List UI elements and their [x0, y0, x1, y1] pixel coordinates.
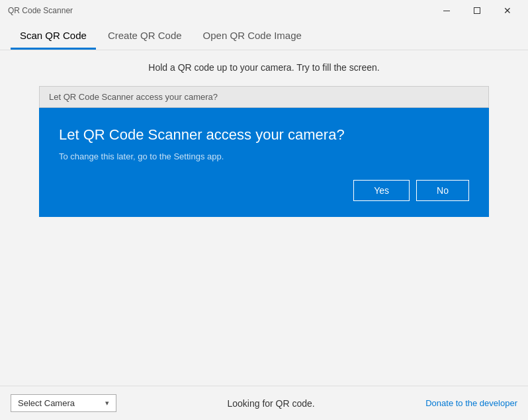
camera-select-dropdown[interactable]: Select Camera ▾ — [11, 394, 116, 412]
close-icon: ✕ — [504, 5, 511, 16]
permission-dialog: Let QR Code Scanner access your camera? … — [39, 108, 489, 217]
nav-tabs: Scan QR Code Create QR Code Open QR Code… — [0, 21, 528, 50]
permission-dialog-buttons: Yes No — [59, 180, 469, 201]
donate-link[interactable]: Donate to the developer — [425, 398, 517, 408]
instruction-text: Hold a QR code up to your camera. Try to… — [148, 62, 379, 73]
maximize-button[interactable] — [462, 0, 492, 21]
main-content: Hold a QR code up to your camera. Try to… — [0, 50, 528, 386]
chevron-down-icon: ▾ — [105, 399, 109, 407]
permission-bar: Let QR Code Scanner access your camera? — [39, 86, 489, 108]
title-bar: QR Code Scanner ✕ — [0, 0, 528, 21]
app-title: QR Code Scanner — [8, 6, 73, 15]
no-button[interactable]: No — [416, 180, 469, 201]
permission-dialog-description: To change this later, go to the Settings… — [59, 151, 469, 161]
status-text: Looking for QR code. — [227, 398, 314, 409]
tab-create-qr-code[interactable]: Create QR Code — [99, 26, 191, 50]
close-button[interactable]: ✕ — [492, 0, 523, 21]
camera-select-label: Select Camera — [18, 398, 75, 408]
bottom-bar: Select Camera ▾ Looking for QR code. Don… — [0, 386, 528, 420]
minimize-button[interactable] — [431, 0, 462, 21]
yes-button[interactable]: Yes — [353, 180, 410, 201]
maximize-icon — [474, 7, 480, 14]
permission-dialog-title: Let QR Code Scanner access your camera? — [59, 126, 469, 144]
minimize-icon — [443, 11, 450, 11]
window-controls: ✕ — [431, 0, 523, 21]
camera-area: Let QR Code Scanner access your camera? … — [39, 86, 489, 217]
tab-scan-qr-code[interactable]: Scan QR Code — [11, 26, 96, 50]
permission-bar-text: Let QR Code Scanner access your camera? — [49, 92, 218, 102]
tab-open-qr-code-image[interactable]: Open QR Code Image — [194, 26, 311, 50]
